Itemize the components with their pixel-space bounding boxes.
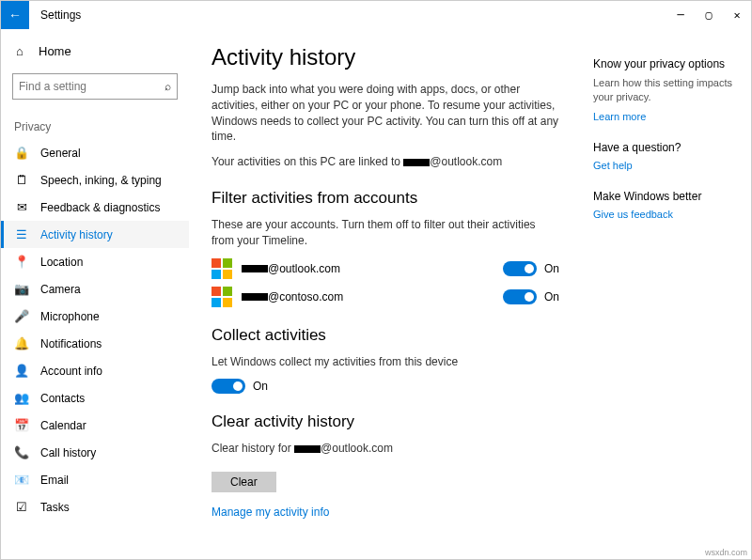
collect-desc: Let Windows collect my activities from t…: [212, 354, 559, 370]
nav-icon: 📞: [14, 445, 29, 459]
sidebar-item-notifications[interactable]: 🔔Notifications: [1, 330, 189, 357]
censor-bar: [403, 159, 430, 166]
nav-icon: 👤: [14, 364, 29, 378]
account-email: @contoso.com: [242, 290, 343, 303]
nav-label: Activity history: [40, 228, 113, 241]
account-email: @outlook.com: [242, 262, 340, 275]
better-title: Make Windows better: [593, 190, 740, 203]
microsoft-logo-icon: [212, 287, 232, 307]
account-toggle[interactable]: [503, 289, 537, 304]
search-icon: ⌕: [164, 80, 171, 93]
nav-label: Speech, inking, & typing: [40, 174, 162, 187]
account-row: @outlook.comOn: [212, 258, 559, 279]
nav-label: Notifications: [40, 337, 102, 350]
watermark: wsxdn.com: [705, 548, 747, 557]
titlebar: ← Settings ─ ▢ ✕: [1, 1, 751, 29]
search-input[interactable]: [19, 80, 150, 93]
sidebar-item-contacts[interactable]: 👥Contacts: [1, 384, 189, 412]
account-toggle[interactable]: [503, 261, 537, 276]
sidebar-item-email[interactable]: 📧Email: [1, 466, 189, 493]
nav-icon: ☰: [14, 227, 29, 241]
nav-icon: 🗒: [14, 173, 29, 187]
search-box[interactable]: ⌕: [12, 73, 178, 100]
nav-icon: 📅: [14, 418, 29, 432]
collect-title: Collect activities: [212, 326, 559, 345]
nav-icon: ☑: [14, 500, 29, 514]
section-label: Privacy: [1, 109, 189, 139]
toggle-label: On: [544, 290, 559, 303]
censor-bar: [294, 445, 321, 453]
privacy-title: Know your privacy options: [593, 57, 740, 70]
privacy-desc: Learn how this setting impacts your priv…: [593, 76, 740, 105]
sidebar-item-calendar[interactable]: 📅Calendar: [1, 412, 189, 439]
sidebar-item-call-history[interactable]: 📞Call history: [1, 439, 189, 466]
microsoft-logo-icon: [212, 258, 232, 279]
sidebar-item-speech-inking-typing[interactable]: 🗒Speech, inking, & typing: [1, 166, 189, 194]
close-button[interactable]: ✕: [723, 1, 751, 29]
sidebar-item-account-info[interactable]: 👤Account info: [1, 357, 189, 384]
nav-label: General: [40, 147, 81, 160]
back-button[interactable]: ←: [1, 1, 29, 29]
nav-label: Calendar: [40, 419, 86, 432]
home-nav[interactable]: ⌂ Home: [1, 39, 189, 64]
minimize-button[interactable]: ─: [666, 1, 695, 29]
sidebar-item-general[interactable]: 🔒General: [1, 139, 189, 166]
linked-text: Your activities on this PC are linked to…: [212, 154, 559, 170]
page-title: Activity history: [212, 44, 559, 70]
intro-text: Jump back into what you were doing with …: [212, 82, 559, 145]
nav-icon: 🎤: [14, 309, 29, 323]
sidebar-item-tasks[interactable]: ☑Tasks: [1, 493, 189, 521]
sidebar-item-location[interactable]: 📍Location: [1, 248, 189, 275]
nav-label: Camera: [40, 283, 81, 296]
sidebar: ⌂ Home ⌕ Privacy 🔒General🗒Speech, inking…: [1, 29, 189, 559]
nav-label: Tasks: [40, 501, 70, 514]
question-title: Have a question?: [593, 141, 740, 154]
filter-desc: These are your accounts. Turn them off t…: [212, 217, 559, 249]
aside-panel: Know your privacy options Learn how this…: [582, 29, 751, 559]
nav-label: Feedback & diagnostics: [40, 201, 160, 214]
home-label: Home: [39, 44, 71, 58]
nav-icon: 📷: [14, 282, 29, 296]
nav-icon: ✉: [14, 200, 29, 214]
clear-desc: Clear history for @outlook.com: [212, 441, 559, 457]
nav-icon: 🔔: [14, 336, 29, 350]
sidebar-item-activity-history[interactable]: ☰Activity history: [1, 221, 189, 248]
nav-icon: 🔒: [14, 146, 29, 160]
clear-title: Clear activity history: [212, 412, 559, 431]
feedback-link[interactable]: Give us feedback: [593, 209, 740, 220]
nav-icon: 📧: [14, 473, 29, 487]
collect-toggle-label: On: [253, 380, 268, 393]
sidebar-item-feedback-diagnostics[interactable]: ✉Feedback & diagnostics: [1, 194, 189, 221]
toggle-label: On: [544, 262, 559, 275]
nav-label: Microphone: [40, 310, 100, 323]
manage-activity-link[interactable]: Manage my activity info: [212, 506, 559, 519]
nav-icon: 👥: [14, 391, 29, 405]
clear-button[interactable]: Clear: [212, 472, 276, 492]
filter-title: Filter activities from accounts: [212, 189, 559, 208]
nav-label: Account info: [40, 365, 102, 378]
main-content: Activity history Jump back into what you…: [189, 29, 582, 559]
nav-icon: 📍: [14, 255, 29, 269]
nav-label: Contacts: [40, 392, 85, 405]
home-icon: ⌂: [12, 44, 27, 58]
window-title: Settings: [40, 8, 81, 22]
learn-more-link[interactable]: Learn more: [593, 111, 740, 122]
nav-label: Email: [40, 474, 69, 487]
nav-label: Call history: [40, 446, 96, 459]
sidebar-item-microphone[interactable]: 🎤Microphone: [1, 303, 189, 330]
account-row: @contoso.comOn: [212, 287, 559, 307]
collect-toggle[interactable]: [212, 379, 245, 394]
maximize-button[interactable]: ▢: [695, 1, 723, 29]
sidebar-item-camera[interactable]: 📷Camera: [1, 275, 189, 303]
nav-label: Location: [40, 256, 83, 269]
get-help-link[interactable]: Get help: [593, 160, 740, 171]
